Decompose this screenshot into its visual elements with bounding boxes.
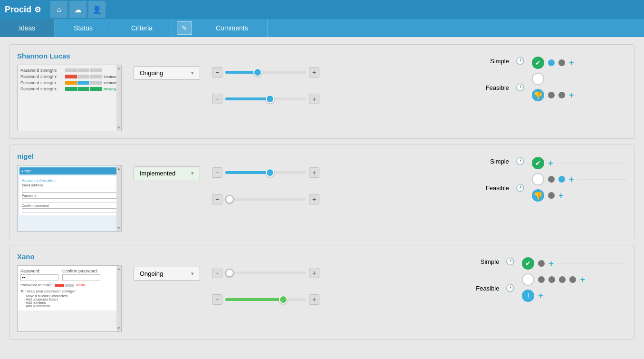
vote-row-2-shannon (532, 73, 627, 85)
criteria-feasible-xano: Feasible 🕐 − + (212, 284, 515, 305)
card-left-xano: Xano Password: Confirm password: (17, 252, 122, 332)
status-label-nigel: Implemented (140, 170, 175, 177)
vote-line-1-nigel (557, 163, 627, 164)
vote-icon-disagree-shannon[interactable]: 👎 (532, 89, 544, 101)
criteria-simple-label-shannon: Simple (212, 58, 512, 65)
vote-plus-2-nigel[interactable]: + (569, 175, 574, 184)
criteria-simple-label-nigel: Simple (212, 158, 512, 165)
history-icon-shannon-feasible[interactable]: 🕐 (516, 83, 525, 92)
vote-dot-1a-xano (538, 260, 545, 267)
vote-row-2-xano: + (522, 273, 627, 286)
vote-icon-neutral-nigel[interactable] (532, 173, 544, 185)
slider-simple-xano: − + (212, 268, 515, 278)
reports-button[interactable]: ☁ (69, 1, 87, 18)
vote-row-3-xano: ! + (522, 290, 627, 302)
gear-icon: ⚙ (34, 5, 41, 14)
slider-plus-feasible-shannon[interactable]: + (309, 94, 319, 104)
nav-bar: Ideas Status Criteria ✎ Comments (0, 19, 644, 37)
top-bar: Procid ⚙ ⌂ ☁ 👤 (0, 0, 644, 19)
slider-track-simple-nigel[interactable] (225, 171, 306, 174)
slider-minus-feasible-shannon[interactable]: − (212, 94, 222, 104)
vote-icon-agree-shannon[interactable]: ✔ (532, 57, 544, 69)
vote-plus-1-xano[interactable]: + (548, 259, 554, 269)
criteria-feasible-label-shannon: Feasible (212, 84, 512, 91)
edit-button[interactable]: ✎ (177, 21, 192, 35)
slider-minus-simple-nigel[interactable]: − (212, 167, 222, 178)
vote-icon-agree-nigel[interactable]: ✔ (532, 157, 544, 169)
card-nigel: nigel ● nigel Account information Email … (10, 145, 634, 239)
vote-icon-disagree-nigel[interactable]: 👎 (532, 189, 544, 202)
card-left-nigel: nigel ● nigel Account information Email … (17, 152, 122, 232)
slider-minus-simple-xano[interactable]: − (212, 268, 222, 278)
preview-nigel: ● nigel Account information Email addres… (17, 165, 122, 232)
slider-track-simple-xano[interactable] (225, 272, 306, 274)
slider-track-feasible-nigel[interactable] (225, 198, 306, 201)
vote-dot-3a-shannon (548, 92, 555, 98)
votes-area-nigel: ✔ + + 👎 + (532, 152, 627, 202)
home-button[interactable]: ⌂ (50, 1, 67, 18)
slider-plus-simple-nigel[interactable]: + (309, 167, 319, 178)
card-xano: Xano Password: Confirm password: (10, 245, 634, 340)
nav-item-comments[interactable]: Comments (197, 19, 268, 37)
nav-item-ideas[interactable]: Ideas (0, 19, 55, 37)
history-icon-xano-simple[interactable]: 🕐 (506, 257, 515, 266)
vote-dot-2d-xano (569, 276, 576, 283)
criteria-simple-xano: Simple 🕐 − + (212, 257, 515, 278)
preview-shannon: Password strength: Password strength: (17, 65, 122, 131)
history-icon-xano-feasible[interactable]: 🕐 (506, 284, 515, 292)
vote-icon-neutral-xano[interactable] (522, 273, 534, 286)
status-area-shannon: Ongoing ▾ (129, 52, 205, 80)
status-dropdown-nigel[interactable]: Implemented ▾ (134, 166, 200, 180)
dropdown-arrow-xano: ▾ (191, 271, 194, 277)
slider-plus-feasible-nigel[interactable]: + (309, 194, 319, 204)
status-dropdown-shannon[interactable]: Ongoing ▾ (134, 66, 200, 80)
vote-row-3-nigel: 👎 + (532, 189, 627, 202)
history-icon-nigel-simple[interactable]: 🕐 (516, 157, 525, 165)
vote-icon-agree-xano[interactable]: ✔ (522, 257, 534, 270)
criteria-simple-shannon: Simple 🕐 − + (212, 57, 525, 78)
vote-line-1-xano (557, 263, 627, 264)
slider-track-simple-shannon[interactable] (225, 71, 306, 74)
nav-item-criteria[interactable]: Criteria (112, 19, 172, 37)
user-button[interactable]: 👤 (88, 1, 106, 18)
top-nav-icons: ⌂ ☁ 👤 (50, 1, 106, 18)
vote-row-2-nigel: + (532, 173, 627, 185)
vote-plus-3-xano[interactable]: + (538, 291, 543, 301)
vote-icon-neutral-shannon[interactable] (532, 73, 544, 85)
slider-minus-feasible-nigel[interactable]: − (212, 194, 222, 204)
vote-plus-3-shannon[interactable]: + (569, 90, 574, 100)
vote-plus-3-nigel[interactable]: + (558, 191, 564, 201)
slider-track-feasible-shannon[interactable] (225, 97, 306, 100)
vote-icon-disagree-xano[interactable]: ! (522, 290, 534, 302)
votes-area-xano: ✔ + + ! + (522, 252, 627, 302)
vote-dot-1a-shannon (548, 59, 555, 66)
status-label-shannon: Ongoing (140, 69, 163, 77)
status-dropdown-xano[interactable]: Ongoing ▾ (134, 267, 200, 281)
vote-plus-2-xano[interactable]: + (580, 275, 585, 285)
slider-track-feasible-xano[interactable] (225, 298, 306, 301)
criteria-area-xano: Simple 🕐 − + Feasible 🕐 (212, 252, 515, 305)
vote-row-1-nigel: ✔ + (532, 157, 627, 169)
vote-dot-2b-xano (548, 276, 555, 283)
criteria-feasible-shannon: Feasible 🕐 − + (212, 83, 525, 104)
preview-xano: Password: Confirm password: Password to … (17, 265, 122, 332)
nav-item-status[interactable]: Status (55, 19, 112, 37)
history-icon-shannon-simple[interactable]: 🕐 (516, 57, 525, 65)
slider-plus-simple-xano[interactable]: + (309, 268, 319, 278)
brand: Procid ⚙ (5, 5, 41, 15)
vote-plus-1-shannon[interactable]: + (569, 58, 574, 68)
criteria-simple-nigel: Simple 🕐 − + (212, 157, 525, 178)
criteria-feasible-label-xano: Feasible (212, 285, 502, 292)
vote-plus-1-nigel[interactable]: + (548, 158, 553, 168)
vote-dot-3a-nigel (548, 192, 555, 199)
slider-minus-simple-shannon[interactable]: − (212, 67, 222, 78)
history-icon-nigel-feasible[interactable]: 🕐 (516, 184, 525, 192)
criteria-area-shannon: Simple 🕐 − + Feasible 🕐 (212, 52, 525, 104)
vote-dot-3b-shannon (558, 92, 565, 98)
vote-row-1-xano: ✔ + (522, 257, 627, 270)
slider-plus-feasible-xano[interactable]: + (309, 294, 319, 305)
slider-plus-simple-shannon[interactable]: + (309, 67, 319, 78)
card-title-shannon: Shannon Lucas (17, 52, 122, 60)
slider-simple-shannon: − + (212, 67, 525, 78)
slider-minus-feasible-xano[interactable]: − (212, 294, 222, 305)
